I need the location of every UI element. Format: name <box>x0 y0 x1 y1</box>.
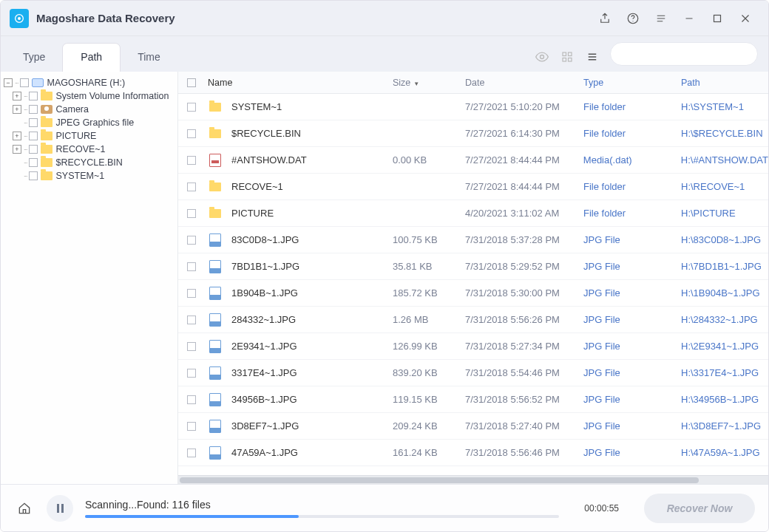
tree-item[interactable]: +···Camera <box>4 103 175 116</box>
share-icon[interactable] <box>591 4 619 33</box>
file-date: 7/27/2021 6:14:30 PM <box>465 128 583 139</box>
column-date[interactable]: Date <box>465 78 583 88</box>
tree-item[interactable]: +···System Volume Information <box>4 89 175 103</box>
horizontal-scrollbar[interactable] <box>178 475 768 484</box>
app-title: Magoshare Data Recovery <box>36 12 175 24</box>
row-checkbox[interactable] <box>187 422 196 431</box>
file-row[interactable]: SYSTEM~17/27/2021 5:10:20 PMFile folderH… <box>178 94 768 120</box>
file-name: 47A59A~1.JPG <box>231 447 393 458</box>
row-checkbox[interactable] <box>187 129 196 138</box>
minimize-button[interactable] <box>675 4 703 33</box>
file-row[interactable]: 1B904B~1.JPG185.72 KB7/31/2018 5:30:00 P… <box>178 280 768 307</box>
help-icon[interactable] <box>619 4 647 33</box>
row-checkbox[interactable] <box>187 156 196 165</box>
tree-checkbox[interactable] <box>29 171 38 180</box>
file-row[interactable]: 2E9341~1.JPG126.99 KB7/31/2018 5:27:34 P… <box>178 333 768 360</box>
select-all-checkbox[interactable] <box>187 78 196 87</box>
row-checkbox[interactable] <box>187 103 196 112</box>
folder-icon <box>209 103 221 112</box>
file-row[interactable]: 83C0D8~1.JPG100.75 KB7/31/2018 5:37:28 P… <box>178 227 768 253</box>
file-type: JPG File <box>583 394 681 405</box>
camera-icon <box>41 105 52 114</box>
close-button[interactable] <box>731 4 759 33</box>
search-box[interactable] <box>610 42 758 66</box>
file-path: H:\1B904B~1.JPG <box>681 287 768 299</box>
tree-item[interactable]: ···$RECYCLE.BIN <box>4 156 175 169</box>
column-name[interactable]: Name <box>208 78 393 88</box>
preview-icon[interactable] <box>535 50 549 64</box>
column-type[interactable]: Type <box>583 78 681 88</box>
file-path: H:\#ANTSHOW.DAT <box>681 154 768 166</box>
expand-toggle[interactable]: + <box>13 145 21 154</box>
tree-checkbox[interactable] <box>29 92 38 100</box>
row-checkbox[interactable] <box>187 209 196 218</box>
row-checkbox[interactable] <box>187 395 196 404</box>
file-size: 839.20 KB <box>393 367 465 378</box>
file-path: H:\3317E4~1.JPG <box>681 367 768 378</box>
file-name: 34956B~1.JPG <box>231 394 393 405</box>
folder-icon <box>41 92 52 100</box>
expand-toggle[interactable]: + <box>13 132 21 140</box>
row-checkbox[interactable] <box>187 369 196 378</box>
file-date: 4/20/2021 3:11:02 AM <box>465 208 583 219</box>
folder-tree[interactable]: − ··· MAGOSHARE (H:) +···System Volume I… <box>1 72 178 484</box>
tree-checkbox[interactable] <box>29 118 38 127</box>
file-row[interactable]: 34956B~1.JPG119.15 KB7/31/2018 5:56:52 P… <box>178 386 768 413</box>
tab-path[interactable]: Path <box>63 44 120 72</box>
file-row[interactable]: 3D8EF7~1.JPG209.24 KB7/31/2018 5:27:40 P… <box>178 413 768 440</box>
file-type: JPG File <box>583 314 681 325</box>
progress-bar <box>85 515 559 518</box>
tree-item[interactable]: ···SYSTEM~1 <box>4 169 175 183</box>
tree-root[interactable]: − ··· MAGOSHARE (H:) <box>4 76 175 89</box>
grid-view-icon[interactable] <box>560 50 575 64</box>
column-size[interactable]: Size▼ <box>393 78 465 88</box>
expand-toggle[interactable]: + <box>13 92 21 100</box>
row-checkbox[interactable] <box>187 342 196 351</box>
file-size: 35.81 KB <box>393 261 465 272</box>
row-checkbox[interactable] <box>187 236 196 245</box>
file-name: 3317E4~1.JPG <box>231 367 393 378</box>
file-type: Media(.dat) <box>583 154 681 166</box>
tree-item[interactable]: +···PICTURE <box>4 129 175 143</box>
file-row[interactable]: 47A59A~1.JPG161.24 KB7/31/2018 5:56:46 P… <box>178 440 768 466</box>
recover-now-button[interactable]: Recover Now <box>644 494 755 523</box>
tree-checkbox[interactable] <box>29 145 38 154</box>
file-row[interactable]: 284332~1.JPG1.26 MB7/31/2018 5:56:26 PMJ… <box>178 307 768 333</box>
row-checkbox[interactable] <box>187 449 196 457</box>
home-button[interactable] <box>14 498 35 519</box>
file-date: 7/31/2018 5:56:26 PM <box>465 314 583 325</box>
row-checkbox[interactable] <box>187 289 196 298</box>
pause-button[interactable] <box>47 495 73 522</box>
menu-icon[interactable] <box>647 4 675 33</box>
file-row[interactable]: #ANTSHOW.DAT0.00 KB7/27/2021 8:44:44 PMM… <box>178 147 768 174</box>
expand-toggle[interactable]: − <box>4 78 13 87</box>
tree-checkbox[interactable] <box>20 78 29 87</box>
file-name: $RECYCLE.BIN <box>231 128 393 139</box>
list-view-icon[interactable] <box>585 50 600 64</box>
tab-time[interactable]: Time <box>120 44 178 72</box>
tab-type[interactable]: Type <box>5 44 63 72</box>
tree-item[interactable]: ···JPEG Graphics file <box>4 116 175 129</box>
file-row[interactable]: PICTURE4/20/2021 3:11:02 AMFile folderH:… <box>178 200 768 227</box>
file-path: H:\34956B~1.JPG <box>681 394 768 405</box>
file-row[interactable]: RECOVE~17/27/2021 8:44:44 PMFile folderH… <box>178 174 768 200</box>
row-checkbox[interactable] <box>187 262 196 271</box>
expand-toggle[interactable]: + <box>13 105 21 114</box>
file-type: JPG File <box>583 234 681 245</box>
file-row[interactable]: 7BD1B1~1.JPG35.81 KB7/31/2018 5:29:52 PM… <box>178 253 768 280</box>
folder-icon <box>209 209 221 218</box>
column-path[interactable]: Path <box>681 78 768 88</box>
jpg-file-icon <box>209 446 221 460</box>
row-checkbox[interactable] <box>187 316 196 324</box>
file-row[interactable]: $RECYCLE.BIN7/27/2021 6:14:30 PMFile fol… <box>178 120 768 147</box>
tree-checkbox[interactable] <box>29 132 38 140</box>
search-input[interactable] <box>626 49 750 60</box>
jpg-file-icon <box>209 287 221 300</box>
tree-checkbox[interactable] <box>29 105 38 114</box>
tree-checkbox[interactable] <box>29 158 38 167</box>
row-checkbox[interactable] <box>187 183 196 191</box>
file-row[interactable]: 3317E4~1.JPG839.20 KB7/31/2018 5:54:46 P… <box>178 360 768 386</box>
maximize-button[interactable] <box>703 4 731 33</box>
tree-item[interactable]: +···RECOVE~1 <box>4 143 175 156</box>
file-list[interactable]: SYSTEM~17/27/2021 5:10:20 PMFile folderH… <box>178 94 768 475</box>
